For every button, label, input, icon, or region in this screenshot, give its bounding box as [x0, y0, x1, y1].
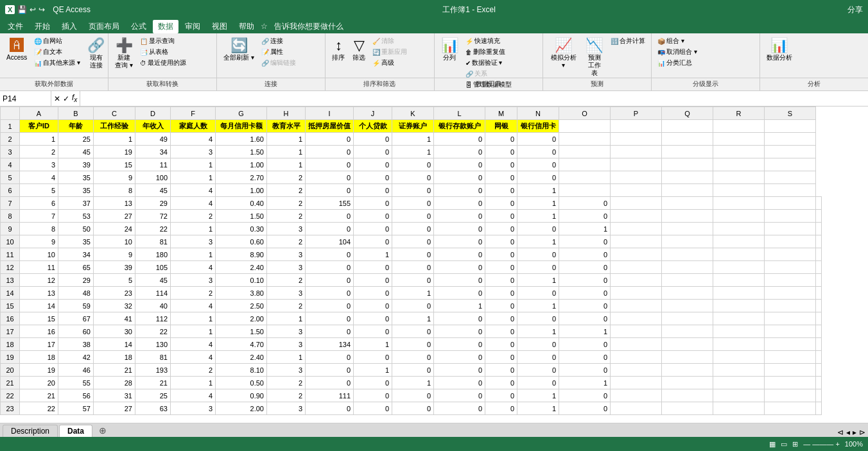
data-analysis-button[interactable]: 📊 数据分析	[764, 36, 795, 63]
cell-5-col12[interactable]: 0	[517, 171, 559, 184]
cell-12-col12[interactable]: 0	[517, 261, 559, 274]
cell-22-col2[interactable]: 31	[94, 389, 135, 402]
cell-14-col4[interactable]: 2	[171, 287, 216, 300]
cell-22-col4[interactable]: 4	[171, 389, 216, 402]
cell-8-col2[interactable]: 27	[94, 210, 135, 223]
cell-2-extra-1[interactable]	[611, 133, 662, 146]
cell-20-extra-2[interactable]	[713, 364, 765, 377]
col-p[interactable]: P	[611, 107, 662, 120]
cell-8-col3[interactable]: 72	[135, 210, 171, 223]
cell-17-col9[interactable]: 0	[392, 325, 434, 338]
cell-9-col9[interactable]: 0	[392, 223, 434, 235]
cell-12-extra-4[interactable]	[816, 261, 822, 274]
cell-14-col8[interactable]: 0	[354, 287, 392, 300]
cell-4-col9[interactable]: 0	[392, 158, 434, 171]
text-to-columns-button[interactable]: 📊 分列	[438, 36, 461, 63]
cell-22-col13[interactable]: 0	[559, 389, 611, 402]
web-button[interactable]: 🌐自网站	[32, 36, 82, 46]
cell-23-col7[interactable]: 0	[306, 402, 354, 415]
cell-15-col6[interactable]: 2	[267, 300, 306, 312]
cell-7-col11[interactable]: 0	[485, 197, 517, 210]
cell-6-col3[interactable]: 45	[135, 184, 171, 197]
col-r[interactable]: R	[713, 107, 765, 120]
cell-9-col10[interactable]: 0	[434, 223, 485, 235]
cell-18-extra-2[interactable]	[713, 338, 765, 351]
cell-23-col3[interactable]: 63	[135, 402, 171, 415]
cell-13-col6[interactable]: 2	[267, 274, 306, 287]
cell-11-extra-4[interactable]	[816, 248, 822, 261]
cell-20-col5[interactable]: 8.10	[216, 364, 267, 377]
forecast-sheet-button[interactable]: 📉 预测工作表	[583, 36, 606, 78]
cell-16-extra-0[interactable]	[611, 312, 662, 325]
cell-17-col1[interactable]: 60	[58, 325, 94, 338]
col-m[interactable]: M	[485, 107, 517, 120]
cell-18-col7[interactable]: 134	[306, 338, 354, 351]
name-box[interactable]: P14	[0, 91, 51, 106]
menu-search[interactable]: 告诉我你想要做什么	[269, 20, 349, 33]
cell-3-col0[interactable]: 2	[20, 146, 58, 158]
reapply-button[interactable]: 🔄重新应用	[370, 47, 409, 57]
cell-9-col5[interactable]: 0.30	[216, 223, 267, 235]
cell-9-col7[interactable]: 0	[306, 223, 354, 235]
cell-6-col5[interactable]: 1.00	[216, 184, 267, 197]
header-bank-deposit[interactable]: 银行存款账户	[434, 120, 485, 133]
cell-15-col12[interactable]: 1	[517, 300, 559, 312]
cell-18-col11[interactable]: 0	[485, 338, 517, 351]
cell-9-col6[interactable]: 3	[267, 223, 306, 235]
cell-21-extra-0[interactable]	[611, 377, 662, 389]
cell-7-col9[interactable]: 0	[392, 197, 434, 210]
cell-10-extra-0[interactable]	[611, 235, 662, 248]
cell-5-extra-0[interactable]	[559, 171, 611, 184]
cell-3-extra-2[interactable]	[662, 146, 713, 158]
cell-12-col9[interactable]: 0	[392, 261, 434, 274]
cell-22-col10[interactable]: 0	[434, 389, 485, 402]
cell-20-col3[interactable]: 193	[135, 364, 171, 377]
cell-3-col10[interactable]: 0	[434, 146, 485, 158]
cell-11-extra-2[interactable]	[713, 248, 765, 261]
cell-22-col1[interactable]: 56	[58, 389, 94, 402]
menu-item-file[interactable]: 文件	[3, 20, 28, 33]
add-sheet-button[interactable]: ⊕	[94, 424, 112, 437]
cell-14-col12[interactable]: 0	[517, 287, 559, 300]
cell-5-col10[interactable]: 0	[434, 171, 485, 184]
col-f[interactable]: F	[171, 107, 216, 120]
cell-15-col0[interactable]: 14	[20, 300, 58, 312]
cell-19-col10[interactable]: 0	[434, 351, 485, 364]
cell-16-col6[interactable]: 1	[267, 312, 306, 325]
cell-18-col6[interactable]: 3	[267, 338, 306, 351]
col-o[interactable]: O	[559, 107, 611, 120]
cell-15-extra-4[interactable]	[816, 300, 822, 312]
cell-20-col2[interactable]: 21	[94, 364, 135, 377]
cell-16-extra-2[interactable]	[713, 312, 765, 325]
cell-22-extra-0[interactable]	[611, 389, 662, 402]
cell-9-col2[interactable]: 24	[94, 223, 135, 235]
cell-17-extra-4[interactable]	[816, 325, 822, 338]
data-validation-button[interactable]: ✔数据验证 ▾	[464, 58, 514, 68]
cell-17-col4[interactable]: 1	[171, 325, 216, 338]
header-income[interactable]: 年收入	[135, 120, 171, 133]
cell-20-col6[interactable]: 3	[267, 364, 306, 377]
cell-14-extra-1[interactable]	[662, 287, 713, 300]
cell-8-col10[interactable]: 0	[434, 210, 485, 223]
cell-3-col2[interactable]: 19	[94, 146, 135, 158]
cell-1-s[interactable]	[765, 120, 816, 133]
cell-12-col11[interactable]: 0	[485, 261, 517, 274]
cell-4-col2[interactable]: 15	[94, 158, 135, 171]
cell-22-extra-4[interactable]	[816, 389, 822, 402]
cell-10-extra-2[interactable]	[713, 235, 765, 248]
cell-14-col5[interactable]: 3.80	[216, 287, 267, 300]
cell-13-col8[interactable]: 0	[354, 274, 392, 287]
cell-21-col12[interactable]: 0	[517, 377, 559, 389]
cell-21-col10[interactable]: 0	[434, 377, 485, 389]
cell-22-col5[interactable]: 0.90	[216, 389, 267, 402]
cell-13-col13[interactable]: 0	[559, 274, 611, 287]
cell-5-col2[interactable]: 9	[94, 171, 135, 184]
cell-6-col7[interactable]: 0	[306, 184, 354, 197]
cell-5-extra-2[interactable]	[662, 171, 713, 184]
cell-5-extra-3[interactable]	[713, 171, 765, 184]
cell-16-col4[interactable]: 1	[171, 312, 216, 325]
cell-13-extra-2[interactable]	[713, 274, 765, 287]
cell-19-extra-1[interactable]	[662, 351, 713, 364]
cell-18-col10[interactable]: 0	[434, 338, 485, 351]
menu-item-insert[interactable]: 插入	[56, 20, 82, 33]
